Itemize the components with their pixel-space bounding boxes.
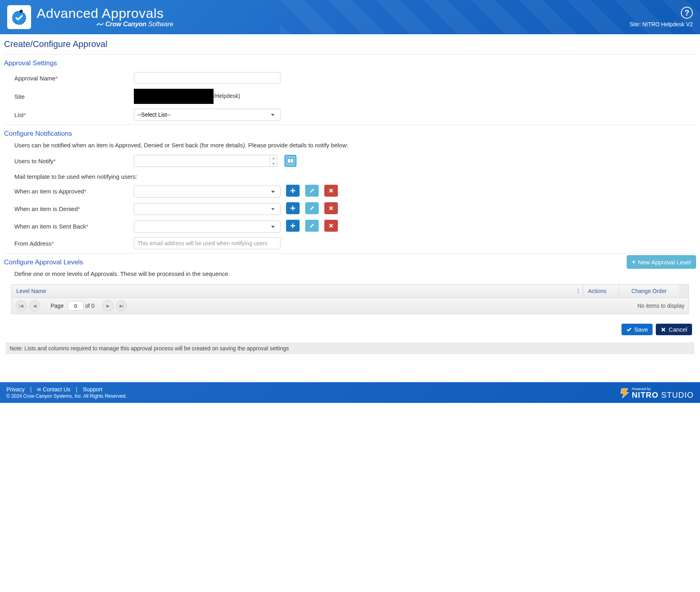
- list-label: List*: [14, 111, 134, 118]
- mail-icon: ✉: [37, 387, 41, 393]
- sentback-add-button[interactable]: [286, 220, 300, 232]
- pencil-icon: [309, 188, 315, 193]
- col-level-name[interactable]: Level Name ⋮: [12, 285, 583, 297]
- cancel-button[interactable]: Cancel: [656, 324, 692, 335]
- approved-edit-button[interactable]: [305, 185, 319, 197]
- pager-empty-label: No items to display: [637, 303, 684, 309]
- approved-template-select[interactable]: [134, 186, 280, 197]
- levels-grid: Level Name ⋮ Actions Change Order |◀ ◀ P…: [11, 284, 689, 314]
- divider: [4, 125, 696, 125]
- pager-of-label: of 0: [85, 303, 94, 309]
- close-icon: [328, 205, 334, 211]
- site-label: Site: [14, 93, 134, 100]
- footer-copyright: © 2024 Crow Canyon Systems, Inc. All Rig…: [6, 393, 127, 399]
- pager-page-input[interactable]: [68, 301, 84, 311]
- new-approval-level-label: New Approval Level: [638, 259, 691, 266]
- users-to-notify-label: Users to Notify*: [14, 158, 134, 164]
- help-icon: ?: [684, 8, 689, 18]
- nitro-studio-logo: Powered by NITRO STUDIO: [620, 387, 694, 399]
- approval-name-label: Approval Name*: [14, 75, 134, 82]
- approved-add-button[interactable]: [286, 185, 300, 197]
- sentback-template-label: When an item is Sent Back*: [14, 223, 134, 230]
- mail-template-heading: Mail template to be used when notifying …: [4, 169, 696, 182]
- section-levels: Configure Approval Levels: [4, 255, 83, 269]
- pencil-icon: [309, 205, 315, 211]
- col-actions: Actions: [583, 285, 619, 297]
- help-button[interactable]: ?: [681, 7, 693, 19]
- pager-first-button[interactable]: |◀: [16, 300, 27, 311]
- new-approval-level-button[interactable]: + New Approval Level: [627, 255, 696, 269]
- section-notifications: Configure Notifications: [4, 127, 696, 140]
- close-icon: [328, 188, 334, 193]
- pager-page-label: Page: [51, 303, 64, 309]
- plus-icon: [290, 188, 296, 193]
- close-icon: [328, 223, 334, 229]
- footer-support-link[interactable]: Support: [83, 386, 102, 393]
- app-title: Advanced Approvals: [37, 6, 173, 20]
- footer-contact-link[interactable]: Contact Us: [43, 386, 70, 393]
- sentback-edit-button[interactable]: [305, 220, 319, 232]
- denied-template-label: When an item is Denied*: [14, 205, 134, 212]
- address-book-button[interactable]: [284, 155, 296, 167]
- approved-template-label: When an item is Approved*: [14, 188, 134, 195]
- approval-seal-icon: [10, 8, 28, 26]
- approved-delete-button[interactable]: [324, 185, 338, 197]
- app-logo: [7, 5, 31, 29]
- sentback-delete-button[interactable]: [324, 220, 338, 232]
- vendor-label: Crow Canyon Software: [96, 21, 173, 28]
- divider: [4, 54, 696, 55]
- from-address-label: From Address*: [14, 240, 134, 247]
- grid-pager: |◀ ◀ Page of 0 ▶ ▶| No items to display: [12, 298, 688, 314]
- save-label: Save: [634, 326, 648, 333]
- section-approval-settings: Approval Settings: [4, 56, 696, 70]
- footer-privacy-link[interactable]: Privacy: [6, 386, 25, 393]
- levels-description: Define one or more levels of Approvals. …: [4, 269, 696, 281]
- people-spin-down[interactable]: ▼: [270, 161, 277, 166]
- page-title: Create/Configure Approval: [4, 38, 696, 53]
- pencil-icon: [309, 223, 315, 229]
- bolt-icon: [620, 388, 629, 399]
- col-change-order: Change Order: [619, 285, 679, 297]
- address-book-icon: [287, 158, 294, 163]
- sentback-template-select[interactable]: [134, 221, 280, 233]
- approval-name-input[interactable]: [134, 72, 280, 84]
- pager-last-button[interactable]: ▶|: [116, 300, 127, 311]
- grid-header: Level Name ⋮ Actions Change Order: [12, 285, 688, 298]
- pager-next-button[interactable]: ▶: [102, 300, 114, 311]
- redacted-site-url: [134, 89, 214, 104]
- denied-add-button[interactable]: [286, 202, 300, 214]
- app-banner: Advanced Approvals Crow Canyon Software …: [0, 0, 700, 34]
- denied-template-select[interactable]: [134, 203, 280, 215]
- check-icon: [626, 327, 632, 332]
- wave-icon: [96, 22, 104, 27]
- site-indicator: Site: NITRO Helpdesk V2: [629, 21, 693, 27]
- people-spin-up[interactable]: ▲: [270, 155, 277, 161]
- site-value: /Helpdesk): [134, 89, 240, 104]
- cancel-label: Cancel: [669, 326, 687, 333]
- save-button[interactable]: Save: [622, 324, 653, 335]
- from-address-input[interactable]: [134, 237, 280, 249]
- plus-icon: [290, 205, 296, 211]
- plus-icon: [290, 223, 296, 229]
- denied-edit-button[interactable]: [305, 202, 319, 214]
- divider: [4, 253, 696, 254]
- users-to-notify-input[interactable]: ▲ ▼: [134, 155, 277, 167]
- pager-prev-button[interactable]: ◀: [29, 300, 40, 311]
- notifications-description: Users can be notified when an item is Ap…: [4, 140, 696, 152]
- denied-delete-button[interactable]: [324, 202, 338, 214]
- plus-icon: +: [632, 258, 635, 266]
- column-menu-icon[interactable]: ⋮: [575, 288, 580, 294]
- note-bar: Note: Lists and columns required to mana…: [6, 342, 694, 354]
- close-icon: [661, 327, 666, 332]
- col-handle: [679, 285, 688, 297]
- list-select[interactable]: --Select List--: [134, 109, 280, 121]
- footer: Privacy | ✉Contact Us | Support © 2024 C…: [0, 382, 700, 403]
